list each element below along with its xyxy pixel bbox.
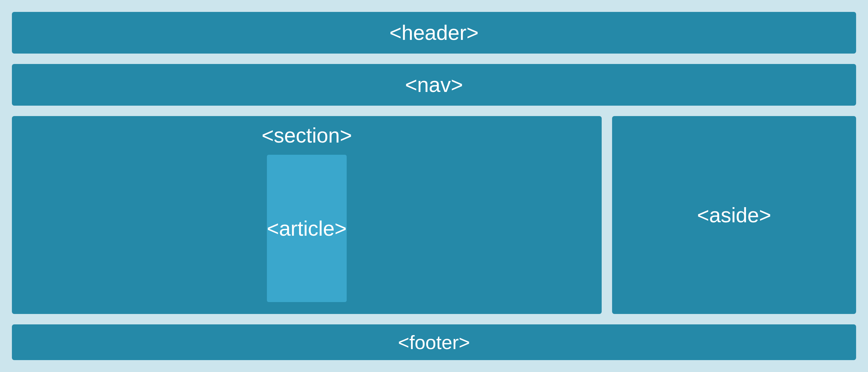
- article-label: <article>: [267, 217, 347, 241]
- footer-label: <footer>: [398, 331, 470, 353]
- nav-label: <nav>: [405, 73, 463, 97]
- header-label: <header>: [390, 21, 479, 44]
- nav-element-block: <nav>: [12, 64, 856, 106]
- aside-element-block: <aside>: [612, 116, 856, 314]
- aside-label: <aside>: [697, 203, 771, 227]
- section-element-block: <section> <article>: [12, 116, 602, 314]
- article-element-block: <article>: [267, 155, 347, 302]
- footer-element-block: <footer>: [12, 324, 856, 360]
- header-element-block: <header>: [12, 12, 856, 54]
- middle-row: <section> <article> <aside>: [12, 116, 856, 314]
- section-label: <section>: [261, 124, 352, 147]
